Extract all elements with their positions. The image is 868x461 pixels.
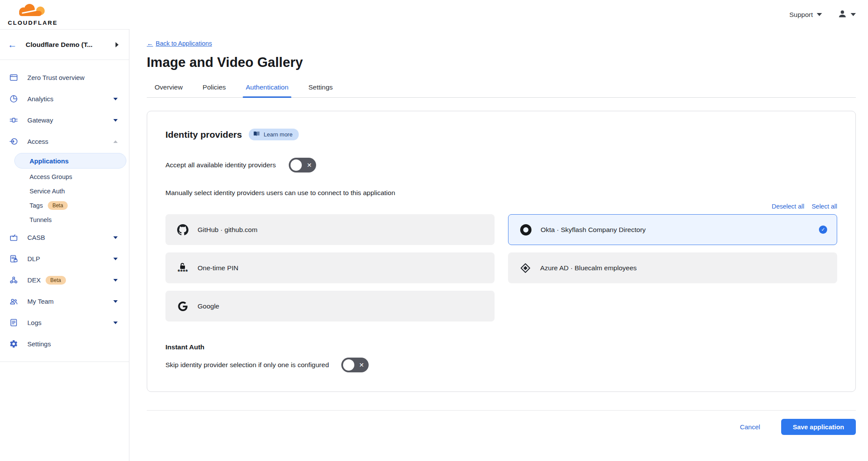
toggle-x-icon: ✕	[359, 362, 364, 368]
sidebar-item-label: CASB	[27, 234, 104, 241]
sidebar-item-settings[interactable]: Settings	[0, 333, 129, 355]
sidebar-item-label: DLP	[27, 255, 104, 262]
one-time-pin-icon: ****	[177, 263, 189, 273]
google-icon	[177, 302, 189, 311]
sidebar-account-header: ← Cloudflare Demo (T...	[0, 29, 129, 60]
tab-overview[interactable]: Overview	[155, 83, 183, 97]
casb-box-check-icon	[9, 233, 18, 242]
sidebar-item-label: My Team	[27, 298, 104, 305]
sidebar-item-zero-trust-overview[interactable]: Zero Trust overview	[0, 67, 129, 88]
chevron-right-icon[interactable]	[116, 42, 119, 47]
cloudflare-logo[interactable]: CLOUDFLARE	[8, 3, 58, 26]
back-arrow-icon[interactable]: ←	[8, 40, 17, 49]
sidebar-subitem-label: Tunnels	[30, 216, 52, 223]
sidebar-item-label: DEXBeta	[27, 276, 104, 285]
sidebar-item-tags[interactable]: Tags Beta	[0, 198, 129, 212]
caret-down-icon	[113, 322, 118, 324]
analytics-pie-icon	[9, 94, 18, 103]
caret-down-icon	[113, 300, 118, 303]
tab-bar: Overview Policies Authentication Setting…	[147, 83, 856, 98]
sidebar-subitem-label: Applications	[30, 157, 69, 165]
sidebar-item-label: Settings	[27, 340, 118, 348]
chevron-down-icon	[817, 13, 822, 16]
select-all-link[interactable]: Select all	[812, 203, 837, 210]
provider-okta[interactable]: Okta · Skyflash Company Directory ✓	[508, 214, 837, 245]
sidebar-item-label: Analytics	[27, 95, 104, 103]
provider-grid: GitHub · github.com Okta · Skyflash Comp…	[165, 214, 837, 322]
provider-one-time-pin[interactable]: **** One-time PIN	[165, 252, 495, 283]
main-content: ← Back to Applications Image and Video G…	[129, 29, 868, 461]
sidebar-item-logs[interactable]: Logs	[0, 312, 129, 333]
sidebar-item-label: Access	[27, 138, 104, 145]
toggle-knob	[290, 159, 302, 171]
toggle-knob	[343, 359, 354, 371]
support-label: Support	[789, 11, 813, 19]
sidebar-item-label: Logs	[27, 319, 104, 326]
sidebar-item-applications[interactable]: Applications	[14, 153, 126, 169]
sidebar-item-access-groups[interactable]: Access Groups	[0, 169, 129, 184]
sidebar-divider	[0, 362, 129, 362]
sidebar-item-label: Gateway	[27, 116, 104, 124]
sidebar-item-service-auth[interactable]: Service Auth	[0, 184, 129, 198]
back-to-applications-link[interactable]: ← Back to Applications	[147, 40, 212, 47]
skip-selection-label: Skip identity provider selection if only…	[165, 361, 329, 369]
book-icon	[253, 131, 260, 138]
manual-select-hint: Manually select identity providers users…	[165, 189, 837, 197]
document-lock-icon	[9, 254, 18, 263]
sidebar-item-dex[interactable]: DEXBeta	[0, 269, 129, 291]
sidebar-nav: Zero Trust overview Analytics	[0, 60, 129, 362]
instant-auth-toggle[interactable]: ✕	[341, 358, 369, 372]
save-application-button[interactable]: Save application	[781, 419, 856, 435]
sidebar-item-tunnels[interactable]: Tunnels	[0, 212, 129, 227]
tab-authentication[interactable]: Authentication	[246, 83, 288, 97]
sidebar-subitem-label: Access Groups	[30, 173, 72, 180]
caret-down-icon	[113, 236, 118, 239]
user-icon	[838, 9, 847, 20]
cancel-button[interactable]: Cancel	[740, 423, 760, 431]
provider-label: Google	[198, 302, 219, 310]
sidebar-subitem-label: Service Auth	[30, 188, 65, 195]
check-circle-icon: ✓	[819, 226, 827, 234]
provider-google[interactable]: Google	[165, 291, 495, 322]
cloudflare-cloud-icon	[13, 3, 53, 19]
accept-all-toggle[interactable]: ✕	[289, 158, 316, 172]
sidebar-item-analytics[interactable]: Analytics	[0, 88, 129, 109]
sidebar-subitem-label: Tags	[30, 202, 43, 209]
footer-actions: Cancel Save application	[147, 411, 856, 435]
sidebar-item-casb[interactable]: CASB	[0, 227, 129, 248]
sidebar-item-dlp[interactable]: DLP	[0, 248, 129, 269]
provider-azure-ad[interactable]: Azure AD · Bluecalm employees	[508, 252, 837, 283]
page-title: Image and Video Gallery	[147, 55, 856, 70]
support-menu[interactable]: Support	[789, 11, 822, 19]
github-icon	[177, 224, 189, 235]
deselect-all-link[interactable]: Deselect all	[772, 203, 804, 210]
back-link-label: Back to Applications	[156, 40, 212, 47]
instant-auth-heading: Instant Auth	[165, 343, 837, 351]
provider-github[interactable]: GitHub · github.com	[165, 214, 495, 245]
cloudflare-logo-text: CLOUDFLARE	[8, 20, 58, 26]
sidebar-item-gateway[interactable]: Gateway	[0, 109, 129, 131]
user-menu[interactable]	[838, 9, 856, 20]
gateway-icon	[9, 116, 18, 125]
sidebar-item-access[interactable]: Access	[0, 131, 129, 152]
toggle-x-icon: ✕	[307, 162, 312, 169]
beta-badge: Beta	[48, 201, 68, 210]
window-icon	[9, 73, 18, 82]
learn-more-badge[interactable]: Learn more	[249, 129, 298, 140]
identity-providers-card: Identity providers Learn more Accept all…	[147, 111, 856, 392]
provider-label: Okta · Skyflash Company Directory	[541, 226, 646, 234]
provider-label: One-time PIN	[198, 264, 238, 272]
page: CLOUDFLARE Support ← Clo	[0, 0, 868, 461]
gear-icon	[9, 339, 18, 348]
tab-policies[interactable]: Policies	[203, 83, 226, 97]
topbar-right: Support	[789, 9, 856, 20]
learn-more-label: Learn more	[264, 131, 292, 138]
topbar: CLOUDFLARE Support	[0, 0, 868, 29]
sidebar-item-my-team[interactable]: My Team	[0, 291, 129, 312]
caret-down-icon	[113, 258, 118, 260]
caret-up-icon	[113, 140, 118, 143]
tab-settings[interactable]: Settings	[308, 83, 333, 97]
sidebar-item-label: Zero Trust overview	[27, 74, 118, 81]
chevron-down-icon	[851, 13, 856, 16]
card-title: Identity providers	[165, 129, 242, 140]
